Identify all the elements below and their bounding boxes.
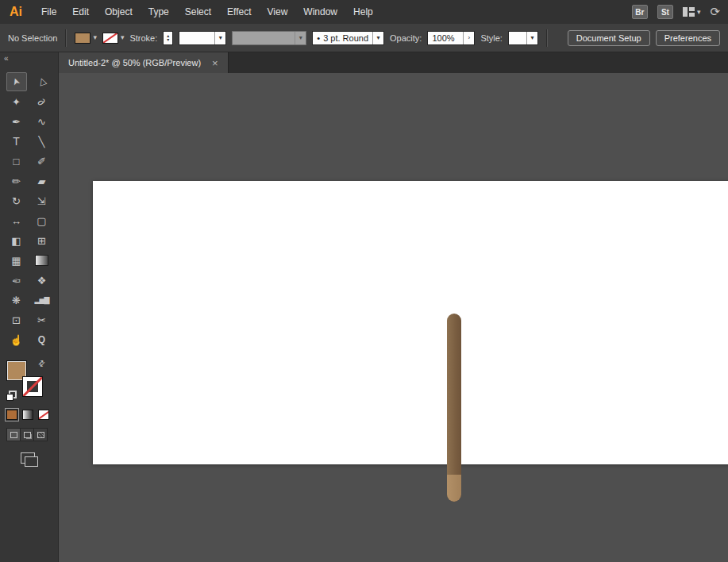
tool-column-graph[interactable]: ▂▅▇: [32, 291, 52, 310]
draw-inside-icon: [37, 432, 44, 438]
column-graph-icon: ▂▅▇: [35, 297, 49, 304]
draw-inside-button[interactable]: [34, 429, 47, 441]
tool-pen[interactable]: ✒: [6, 112, 27, 131]
stepper-down-icon[interactable]: ▾: [167, 38, 169, 42]
brush-select[interactable]: • 3 pt. Round ▾: [312, 31, 384, 45]
color-type-buttons: [6, 410, 58, 420]
style-value: [509, 32, 526, 44]
tool-symbol-sprayer[interactable]: ❋: [6, 291, 27, 310]
workspace-layout-icon: [683, 7, 695, 17]
draw-normal-button[interactable]: [7, 429, 21, 441]
none-button[interactable]: [38, 410, 49, 420]
menu-select[interactable]: Select: [177, 0, 219, 24]
menu-bar-right: Br St ▾ ⟳: [632, 5, 720, 19]
gradient-icon: [35, 255, 48, 266]
stroke-color-box[interactable]: [22, 376, 43, 397]
tool-zoom[interactable]: Q: [32, 330, 52, 349]
menu-help[interactable]: Help: [345, 0, 381, 24]
tool-magic-wand[interactable]: ✦: [6, 92, 27, 111]
chevron-down-icon: ▾: [295, 32, 306, 44]
tool-lasso[interactable]: ∂: [32, 92, 52, 111]
type-icon: T: [13, 136, 20, 147]
draw-normal-icon: [10, 432, 17, 438]
tool-line-segment[interactable]: ╲: [32, 132, 52, 151]
tool-perspective-grid[interactable]: ⊞: [32, 231, 52, 250]
stroke-weight-select[interactable]: ▾: [179, 31, 226, 45]
stroke-color-control[interactable]: ▾: [102, 33, 125, 44]
chevron-down-icon[interactable]: ▾: [372, 32, 383, 44]
artboard[interactable]: [93, 181, 728, 464]
gradient-button[interactable]: [22, 410, 33, 420]
eraser-icon: ▰: [38, 176, 46, 187]
stroke-weight-stepper[interactable]: ▴ ▾: [163, 31, 173, 45]
hand-icon: ☝: [10, 335, 22, 345]
shaper-icon: ✏: [12, 176, 21, 187]
tool-eyedropper[interactable]: ✑: [6, 271, 27, 290]
chevron-down-icon[interactable]: ▾: [526, 32, 537, 44]
menu-file[interactable]: File: [33, 0, 64, 24]
collapse-panel-button[interactable]: «: [0, 52, 58, 66]
free-transform-icon: ▢: [37, 216, 46, 226]
document-tab[interactable]: Untitled-2* @ 50% (RGB/Preview) ×: [59, 52, 229, 73]
tool-free-transform[interactable]: ▢: [32, 211, 52, 230]
tool-scale[interactable]: ⇲: [32, 191, 52, 210]
stock-button[interactable]: St: [657, 5, 673, 19]
menu-edit[interactable]: Edit: [64, 0, 97, 24]
tool-type[interactable]: T: [6, 132, 27, 151]
line-segment-icon: ╲: [39, 137, 45, 147]
default-fill-chip: [6, 394, 13, 401]
tool-paintbrush[interactable]: ✐: [32, 152, 52, 171]
preferences-button[interactable]: Preferences: [656, 30, 720, 46]
width-icon: ↔: [11, 216, 21, 226]
swap-fill-stroke-icon[interactable]: ⇄: [36, 358, 47, 369]
chevron-right-icon[interactable]: ›: [463, 32, 474, 44]
none-slash-icon: [102, 33, 118, 44]
scale-icon: ⇲: [37, 196, 46, 206]
tool-shape-builder[interactable]: ◧: [6, 231, 27, 250]
stick-shape[interactable]: [447, 314, 461, 502]
bridge-button[interactable]: Br: [632, 5, 648, 19]
tool-slice[interactable]: ✂: [32, 310, 52, 329]
opacity-control[interactable]: 100% ›: [427, 31, 475, 45]
selection-status: No Selection: [8, 33, 57, 43]
close-tab-icon[interactable]: ×: [212, 58, 218, 68]
opacity-value[interactable]: 100%: [428, 32, 463, 44]
menu-type[interactable]: Type: [141, 0, 177, 24]
stroke-label[interactable]: Stroke:: [129, 33, 157, 43]
menu-window[interactable]: Window: [295, 0, 345, 24]
menu-effect[interactable]: Effect: [219, 0, 259, 24]
tool-direct-selection[interactable]: ▷: [32, 72, 52, 91]
tool-selection[interactable]: ➤: [6, 72, 27, 91]
selection-icon: ➤: [10, 76, 22, 87]
share-icon[interactable]: ⟳: [710, 5, 720, 19]
canvas[interactable]: [59, 73, 728, 562]
color-button[interactable]: [6, 410, 17, 420]
tool-hand[interactable]: ☝: [6, 330, 27, 349]
lasso-icon: ∂: [37, 96, 47, 107]
tool-width[interactable]: ↔: [6, 211, 27, 230]
style-select[interactable]: ▾: [508, 31, 538, 45]
tool-gradient[interactable]: [32, 251, 52, 270]
menu-view[interactable]: View: [260, 0, 296, 24]
illustrator-window: Ai FileEditObjectTypeSelectEffectViewWin…: [0, 0, 728, 562]
opacity-label[interactable]: Opacity:: [390, 33, 422, 43]
tool-shaper[interactable]: ✏: [6, 171, 27, 191]
artboard-icon: ⊡: [12, 315, 21, 325]
document-setup-button[interactable]: Document Setup: [568, 30, 650, 46]
tool-mesh[interactable]: ▦: [6, 251, 27, 270]
screen-mode-button[interactable]: [21, 452, 35, 464]
default-fill-stroke-icon[interactable]: [6, 391, 17, 401]
draw-behind-button[interactable]: [21, 429, 34, 441]
tool-curvature[interactable]: ∿: [32, 112, 52, 131]
menu-object[interactable]: Object: [97, 0, 141, 24]
tool-rectangle[interactable]: □: [6, 152, 27, 171]
tool-blend[interactable]: ❖: [32, 271, 52, 290]
fill-color-control[interactable]: ▾: [75, 33, 97, 44]
draw-mode-buttons: [6, 428, 48, 441]
tool-artboard[interactable]: ⊡: [6, 310, 27, 329]
chevron-down-icon[interactable]: ▾: [214, 32, 225, 44]
workspace-switcher[interactable]: ▾: [683, 7, 701, 17]
workspace: « ➤▷✦∂✒∿T╲□✐✏▰↻⇲↔▢◧⊞▦✑❖❋▂▅▇⊡✂☝Q ⇄: [0, 52, 728, 562]
tool-rotate[interactable]: ↻: [6, 191, 27, 210]
tool-eraser[interactable]: ▰: [32, 171, 52, 191]
